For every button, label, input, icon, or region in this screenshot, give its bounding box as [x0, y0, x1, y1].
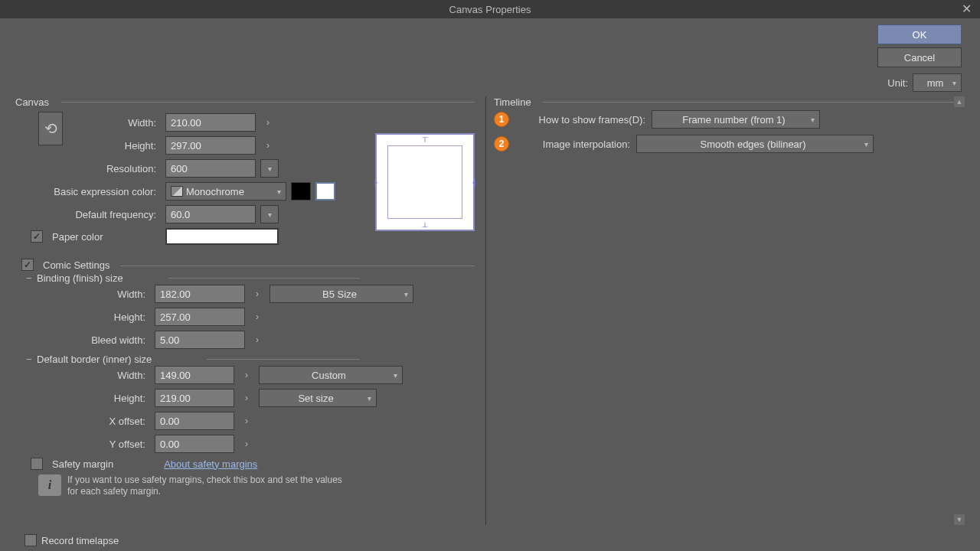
border-preset-dropdown[interactable]: Custom ▾ — [259, 366, 403, 384]
about-safety-margins-link[interactable]: About safety margins — [164, 458, 257, 470]
default-frequency-input[interactable] — [165, 205, 256, 223]
safety-info-text: If you want to use safety margins, check… — [67, 474, 343, 497]
frequency-dropdown-button[interactable]: ▾ — [260, 205, 279, 223]
safety-margin-label: Safety margin — [52, 458, 113, 470]
badge-2: 2 — [494, 136, 509, 152]
unit-dropdown[interactable]: mm ▾ — [913, 73, 962, 92]
yoffset-label: Y offset: — [15, 439, 150, 450]
set-size-dropdown[interactable]: Set size ▾ — [259, 389, 377, 407]
cancel-button[interactable]: Cancel — [877, 47, 962, 67]
border-width-label: Width: — [15, 370, 150, 381]
resolution-input[interactable] — [165, 159, 256, 178]
interp-dropdown[interactable]: Smooth edges (bilinear) ▾ — [636, 135, 874, 153]
frames-value: Frame number (from 1) — [657, 114, 811, 126]
bleed-label: Bleed width: — [15, 334, 150, 346]
binding-width-label: Width: — [15, 289, 150, 300]
arrow-right-icon[interactable]: › — [239, 413, 254, 429]
border-width-input[interactable] — [155, 366, 234, 384]
close-icon[interactable]: ✕ — [959, 2, 974, 16]
scroll-down-icon[interactable]: ▼ — [954, 514, 965, 525]
basic-expression-label: Basic expression color: — [15, 186, 161, 197]
binding-preset-dropdown[interactable]: B5 Size ▾ — [270, 285, 413, 303]
paper-color-checkbox[interactable] — [31, 230, 43, 243]
record-timelapse-label: Record timelapse — [41, 535, 119, 546]
binding-width-input[interactable] — [155, 285, 245, 303]
badge-1: 1 — [494, 112, 509, 127]
set-size-value: Set size — [264, 393, 368, 404]
dialog-title: Canvas Properties — [449, 4, 531, 15]
chevron-down-icon: ▾ — [952, 79, 956, 87]
canvas-preview: ┬ ┴ ├ ┤ — [375, 133, 475, 231]
yoffset-input[interactable] — [155, 435, 234, 453]
white-swatch[interactable] — [315, 182, 335, 201]
unit-label: Unit: — [887, 77, 908, 89]
paper-color-swatch[interactable] — [165, 228, 279, 245]
record-timelapse-checkbox[interactable] — [24, 534, 37, 546]
arrow-right-icon[interactable]: › — [239, 367, 254, 383]
canvas-legend: Canvas — [15, 96, 54, 108]
binding-legend: Binding (finish) size — [37, 272, 128, 284]
paper-color-label: Paper color — [52, 231, 103, 243]
canvas-width-input[interactable] — [165, 113, 256, 132]
arrow-right-icon[interactable]: › — [260, 115, 276, 130]
interp-value: Smooth edges (bilinear) — [642, 139, 864, 150]
chevron-down-icon: ▾ — [268, 165, 272, 173]
chevron-down-icon: ▾ — [277, 187, 281, 196]
bleed-input[interactable] — [155, 331, 245, 349]
xoffset-input[interactable] — [155, 412, 234, 430]
info-icon: i — [38, 474, 61, 496]
binding-height-input[interactable] — [155, 308, 245, 326]
xoffset-label: X offset: — [15, 416, 150, 427]
scroll-up-icon[interactable]: ▲ — [954, 96, 965, 107]
arrow-right-icon[interactable]: › — [239, 390, 254, 406]
chevron-down-icon: ▾ — [404, 290, 408, 298]
resolution-dropdown-button[interactable]: ▾ — [260, 159, 279, 178]
frames-dropdown[interactable]: Frame number (from 1) ▾ — [652, 110, 820, 129]
interp-label: Image interpolation: — [515, 139, 630, 150]
default-frequency-label: Default frequency: — [15, 209, 161, 220]
binding-height-label: Height: — [15, 311, 150, 323]
chevron-down-icon: ▾ — [368, 394, 371, 403]
safety-margin-checkbox[interactable] — [31, 458, 43, 470]
monochrome-icon — [171, 186, 183, 197]
canvas-height-input[interactable] — [165, 136, 256, 155]
unit-value: mm — [918, 77, 952, 89]
titlebar: Canvas Properties ✕ — [0, 0, 980, 18]
frames-label: How to show frames(D): — [515, 114, 645, 126]
column-divider — [485, 96, 486, 525]
chevron-down-icon: ▾ — [268, 210, 272, 219]
border-preset-value: Custom — [264, 370, 394, 381]
width-label: Width: — [15, 117, 161, 129]
resolution-label: Resolution: — [15, 163, 161, 174]
arrow-right-icon[interactable]: › — [260, 138, 276, 153]
comic-settings-legend: Comic Settings — [43, 259, 109, 271]
chevron-down-icon: ▾ — [394, 371, 397, 380]
height-label: Height: — [15, 140, 161, 152]
timeline-legend: Timeline — [494, 96, 536, 108]
ok-button[interactable]: OK — [877, 24, 962, 44]
arrow-right-icon[interactable]: › — [250, 309, 265, 324]
basic-expression-dropdown[interactable]: Monochrome ▾ — [165, 182, 286, 201]
border-height-input[interactable] — [155, 389, 234, 407]
border-legend: Default border (inner) size — [37, 354, 156, 365]
arrow-right-icon[interactable]: › — [250, 332, 265, 347]
chevron-down-icon: ▾ — [811, 116, 815, 124]
scrollbar[interactable]: ▲ ▼ — [954, 96, 965, 525]
chevron-down-icon: ▾ — [864, 140, 868, 148]
arrow-right-icon[interactable]: › — [250, 286, 265, 302]
black-swatch[interactable] — [291, 182, 311, 201]
border-height-label: Height: — [15, 393, 150, 404]
arrow-right-icon[interactable]: › — [239, 436, 254, 452]
comic-settings-checkbox[interactable] — [21, 259, 34, 271]
binding-preset-value: B5 Size — [275, 289, 404, 300]
basic-expression-value: Monochrome — [186, 186, 277, 197]
